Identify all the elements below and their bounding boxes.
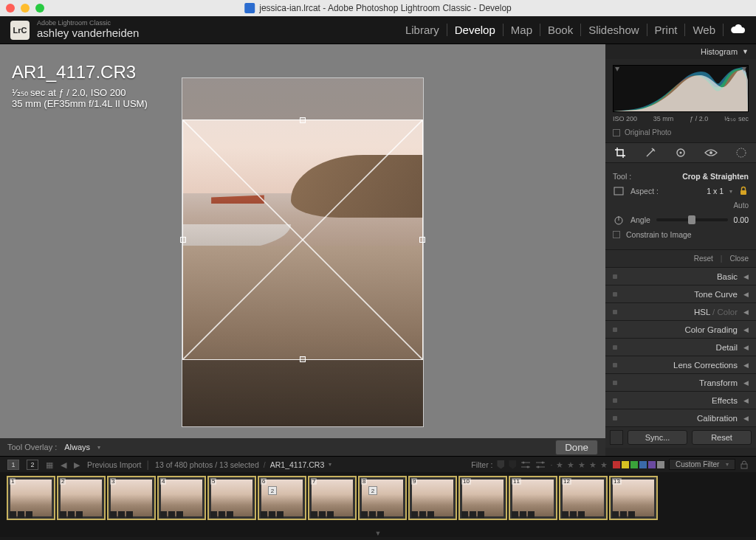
svg-rect-20 <box>741 464 747 468</box>
panel-transform[interactable]: Transform◀ <box>605 374 756 392</box>
nav-book[interactable]: Book <box>540 24 581 36</box>
panel-tone-curve[interactable]: Tone Curve◀ <box>605 285 756 303</box>
color-label-filter[interactable] <box>613 461 664 468</box>
filmstrip-breadcrumb[interactable]: Previous Import │ 13 of 480 photos / 13 … <box>87 460 331 469</box>
filmstrip-thumb[interactable]: 10 <box>459 477 506 519</box>
close-window-icon[interactable] <box>6 4 15 13</box>
view-secondary-button[interactable]: 2 <box>27 460 38 470</box>
heal-tool-icon[interactable] <box>644 146 657 159</box>
filmstrip-thumb[interactable]: 5 <box>208 477 255 519</box>
filmstrip-thumb[interactable]: 7 <box>309 477 356 519</box>
star-filter[interactable]: · ★ ★ ★ ★ ★ <box>550 460 608 469</box>
nav-library[interactable]: Library <box>398 24 447 36</box>
filter-sliders-icon[interactable] <box>535 460 546 469</box>
filter-lock-icon[interactable] <box>740 460 749 469</box>
app-header: LrC Adobe Lightroom Classic ashley vande… <box>0 16 756 44</box>
photo-stage[interactable] <box>182 78 423 426</box>
color-chip[interactable] <box>622 461 629 468</box>
flag-picked-icon[interactable] <box>497 460 504 469</box>
canvas[interactable]: AR1_4117.CR3 ¹⁄₂₅₀ sec at ƒ / 2.0, ISO 2… <box>0 44 605 438</box>
color-chip[interactable] <box>657 461 664 468</box>
flag-rejected-icon[interactable] <box>509 460 516 469</box>
panel-hsl-color[interactable]: HSL / Color◀ <box>605 303 756 321</box>
crop-dim-top <box>182 78 423 120</box>
grid-view-icon[interactable]: ▦ <box>46 460 53 469</box>
panel-calibration[interactable]: Calibration◀ <box>605 409 756 427</box>
panel-detail[interactable]: Detail◀ <box>605 339 756 356</box>
filmstrip-collapse-icon[interactable]: ▼ <box>0 530 756 537</box>
radial-tool-icon[interactable] <box>735 146 748 159</box>
switch-icon[interactable] <box>610 430 623 445</box>
constrain-label[interactable]: Constrain to Image <box>626 230 692 239</box>
nav-develop[interactable]: Develop <box>447 24 504 36</box>
filmstrip-thumb[interactable]: 82 <box>359 477 406 519</box>
window-title: jessica-ian.lrcat - Adobe Photoshop Ligh… <box>244 3 512 13</box>
nav-print[interactable]: Print <box>647 24 686 36</box>
nav-forward-icon[interactable]: ▶ <box>74 460 80 469</box>
nav-map[interactable]: Map <box>504 24 540 36</box>
tool-overlay-label: Tool Overlay : <box>7 443 57 451</box>
panel-color-grading[interactable]: Color Grading◀ <box>605 321 756 339</box>
original-photo-toggle[interactable]: Original Photo <box>605 125 756 142</box>
panel-basic[interactable]: Basic◀ <box>605 268 756 285</box>
crop-tool-icon[interactable] <box>614 146 627 159</box>
color-chip[interactable] <box>613 461 620 468</box>
panel-effects[interactable]: Effects◀ <box>605 392 756 409</box>
zoom-window-icon[interactable] <box>35 4 44 13</box>
nav-slideshow[interactable]: Slideshow <box>581 24 647 36</box>
filmstrip-thumb[interactable]: 9 <box>409 477 456 519</box>
sync-button[interactable]: Sync... <box>628 430 687 445</box>
angle-slider[interactable] <box>656 218 728 221</box>
view-primary-button[interactable]: 1 <box>7 460 19 470</box>
filmstrip-thumb[interactable]: 1 <box>7 477 55 519</box>
filmstrip-thumb[interactable]: 13 <box>610 477 657 519</box>
crop-panel: Tool : Crop & Straighten Aspect : 1 x 1 … <box>605 163 756 250</box>
redeye-tool-icon[interactable] <box>704 146 718 159</box>
tool-overlay-bar: Tool Overlay : Always ▾ Done <box>0 438 605 456</box>
reset-button[interactable]: Reset <box>692 430 752 445</box>
svg-rect-8 <box>614 187 623 195</box>
filmstrip-thumb[interactable]: 2 <box>58 477 105 519</box>
filmstrip-thumb[interactable]: 11 <box>509 477 557 519</box>
crop-handle-right[interactable] <box>419 237 425 243</box>
custom-filter-dropdown[interactable]: Custom Filter▾ <box>669 459 735 470</box>
minimize-window-icon[interactable] <box>21 4 30 13</box>
identity-plate[interactable]: Adobe Lightroom Classic ashley vanderhei… <box>37 20 139 39</box>
tool-overlay-value[interactable]: Always <box>64 443 90 451</box>
filmstrip[interactable]: 1234562782910111213 <box>0 472 756 530</box>
crop-handle-left[interactable] <box>180 237 186 243</box>
color-chip[interactable] <box>639 461 647 468</box>
color-chip[interactable] <box>648 461 656 468</box>
filter-label: Filter : <box>471 460 492 469</box>
histogram-header[interactable]: Histogram ▼ <box>605 44 756 59</box>
crop-rectangle[interactable] <box>182 120 423 360</box>
secondary-toolbar: 1 2 ▦ ◀ ▶ Previous Import │ 13 of 480 ph… <box>0 456 756 472</box>
crop-handle-bottom[interactable] <box>300 356 306 362</box>
crop-reset-button[interactable]: Reset <box>694 255 713 263</box>
filmstrip-thumb[interactable]: 3 <box>108 477 155 519</box>
filmstrip-thumb[interactable]: 62 <box>258 477 306 519</box>
nav-back-icon[interactable]: ◀ <box>61 460 66 469</box>
cloud-sync-icon[interactable] <box>724 24 746 37</box>
color-chip[interactable] <box>630 461 638 468</box>
filmstrip-thumb[interactable]: 4 <box>158 477 205 519</box>
aspect-label: Aspect : <box>630 187 659 195</box>
angle-value[interactable]: 0.00 <box>734 215 749 224</box>
histogram[interactable] <box>613 65 749 112</box>
image-filename: AR1_4117.CR3 <box>12 62 148 83</box>
crop-close-button[interactable]: Close <box>729 255 749 263</box>
checkbox-icon[interactable] <box>613 231 620 238</box>
aspect-value[interactable]: 1 x 1 <box>707 187 724 195</box>
filter-sliders-icon[interactable] <box>520 460 531 469</box>
mask-tool-icon[interactable] <box>674 146 687 159</box>
lock-icon[interactable] <box>738 186 749 196</box>
filmstrip-thumb[interactable]: 12 <box>560 477 607 519</box>
angle-auto-button[interactable]: Auto <box>733 201 749 210</box>
svg-rect-9 <box>740 190 746 195</box>
done-button[interactable]: Done <box>555 440 598 455</box>
crop-tool-name: Crop & Straighten <box>682 172 749 181</box>
crop-handle-top[interactable] <box>300 117 306 123</box>
image-info-overlay: AR1_4117.CR3 ¹⁄₂₅₀ sec at ƒ / 2.0, ISO 2… <box>12 62 148 109</box>
panel-lens-corrections[interactable]: Lens Corrections◀ <box>605 356 756 374</box>
nav-web[interactable]: Web <box>685 24 724 36</box>
